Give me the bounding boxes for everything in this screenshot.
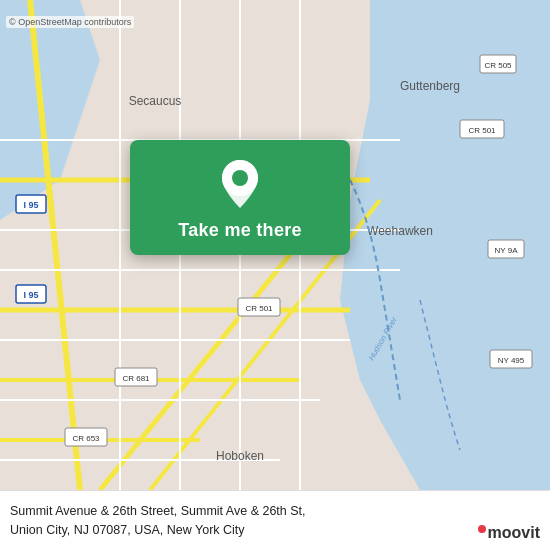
location-pin-icon (218, 158, 262, 210)
moovit-brand-text: moovit (488, 524, 540, 542)
map-container: I 95 I 95 CR 501 CR 681 CR 653 CR 501 CR… (0, 0, 550, 490)
footer: Summit Avenue & 26th Street, Summit Ave … (0, 490, 550, 550)
osm-credit: © OpenStreetMap contributors (6, 16, 134, 28)
svg-text:CR 501: CR 501 (245, 304, 273, 313)
take-me-there-overlay[interactable]: Take me there (130, 140, 350, 255)
svg-text:CR 505: CR 505 (484, 61, 512, 70)
svg-text:Guttenberg: Guttenberg (400, 79, 460, 93)
svg-text:I 95: I 95 (23, 200, 38, 210)
moovit-dot-icon (478, 525, 486, 533)
svg-text:Secaucus: Secaucus (129, 94, 182, 108)
svg-text:CR 681: CR 681 (122, 374, 150, 383)
svg-text:NY 9A: NY 9A (495, 246, 519, 255)
svg-text:I 95: I 95 (23, 290, 38, 300)
address-line2: Union City, NJ 07087, USA, New York City (10, 523, 245, 537)
moovit-logo: moovit (478, 524, 540, 542)
svg-point-44 (232, 170, 248, 186)
svg-text:CR 653: CR 653 (72, 434, 100, 443)
svg-text:Weehawken: Weehawken (367, 224, 433, 238)
take-me-there-button[interactable]: Take me there (178, 220, 302, 241)
address-line1: Summit Avenue & 26th Street, Summit Ave … (10, 504, 306, 518)
svg-text:NY 495: NY 495 (498, 356, 525, 365)
svg-text:CR 501: CR 501 (468, 126, 496, 135)
footer-address: Summit Avenue & 26th Street, Summit Ave … (10, 502, 540, 540)
svg-text:Hoboken: Hoboken (216, 449, 264, 463)
